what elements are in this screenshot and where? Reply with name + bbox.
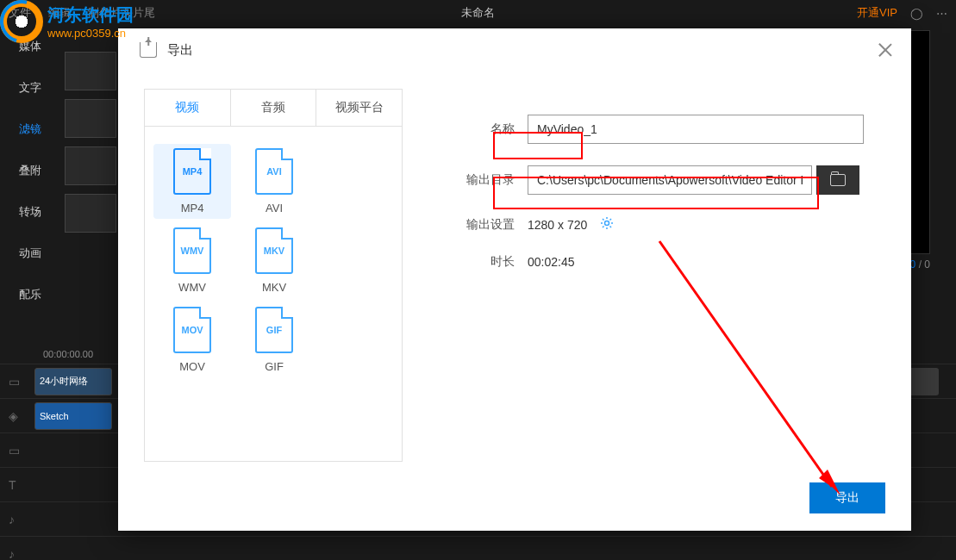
project-title: 未命名 xyxy=(461,5,495,21)
gear-icon[interactable] xyxy=(600,216,614,233)
thumb-item[interactable] xyxy=(65,194,116,233)
close-button[interactable] xyxy=(877,41,894,59)
total-time: 0 xyxy=(924,258,930,271)
name-label: 名称 xyxy=(454,121,515,137)
logo-icon xyxy=(0,0,43,43)
export-dialog: 导出 视频 音频 视频平台 MP4 MP4 AVI AVI WMV xyxy=(118,28,911,531)
export-icon xyxy=(140,42,157,58)
settings-label: 输出设置 xyxy=(454,217,515,233)
format-gif[interactable]: GIF GIF xyxy=(235,302,313,377)
format-label: WMV xyxy=(158,281,227,294)
output-label: 输出目录 xyxy=(454,172,515,188)
dialog-header: 导出 xyxy=(118,28,911,72)
duration-value: 00:02:45 xyxy=(528,255,575,269)
sidebar-item-music[interactable]: 配乐 xyxy=(0,274,60,315)
left-sidebar: 媒体 文字 滤镜 叠附 转场 动画 配乐 xyxy=(0,26,60,315)
folder-icon xyxy=(830,174,846,186)
file-icon: MKV xyxy=(255,227,293,274)
site-watermark: 河东软件园 www.pc0359.cn xyxy=(0,0,134,43)
sidebar-item-text[interactable]: 文字 xyxy=(0,67,60,109)
thumb-item[interactable] xyxy=(65,146,116,185)
format-label: MP4 xyxy=(158,202,227,215)
vip-link[interactable]: 开通VIP xyxy=(857,5,897,21)
resolution-value: 1280 x 720 xyxy=(528,218,587,232)
format-mkv[interactable]: MKV MKV xyxy=(235,223,313,298)
format-wmv[interactable]: WMV WMV xyxy=(153,223,231,298)
format-label: MKV xyxy=(240,281,309,294)
sidebar-item-overlay[interactable]: 叠附 xyxy=(0,150,60,191)
duration-label: 时长 xyxy=(454,254,515,270)
watermark-cn: 河东软件园 xyxy=(47,3,134,27)
format-tabs: 视频 音频 视频平台 xyxy=(145,90,402,127)
video-track-icon: ▭ xyxy=(9,375,34,389)
format-avi[interactable]: AVI AVI xyxy=(235,144,313,219)
file-icon: AVI xyxy=(255,148,293,195)
file-icon: MOV xyxy=(173,307,211,353)
format-mp4[interactable]: MP4 MP4 xyxy=(153,144,231,219)
format-mov[interactable]: MOV MOV xyxy=(153,302,231,377)
user-icon[interactable]: ◯ xyxy=(910,7,923,20)
tab-audio[interactable]: 音频 xyxy=(231,90,317,126)
watermark-url: www.pc0359.cn xyxy=(47,27,134,40)
format-label: AVI xyxy=(240,202,309,215)
format-panel: 视频 音频 视频平台 MP4 MP4 AVI AVI WMV WMV MK xyxy=(144,89,403,462)
svg-point-0 xyxy=(605,221,609,226)
file-icon: GIF xyxy=(255,307,293,353)
track-6[interactable]: ♪ xyxy=(0,536,956,560)
sidebar-item-animation[interactable]: 动画 xyxy=(0,233,60,274)
browse-folder-button[interactable] xyxy=(816,165,859,195)
export-button[interactable]: 导出 xyxy=(809,482,885,513)
file-icon: WMV xyxy=(173,227,211,274)
sidebar-item-filter[interactable]: 滤镜 xyxy=(0,109,60,150)
video-clip[interactable]: 24小时网络 xyxy=(34,368,112,395)
filter-thumbnails xyxy=(65,52,116,233)
tab-video[interactable]: 视频 xyxy=(145,90,231,126)
thumb-item[interactable] xyxy=(65,52,116,90)
text-track-icon: T xyxy=(9,478,34,492)
audio-track-icon: ♪ xyxy=(9,513,34,526)
track-icon: ▭ xyxy=(9,444,34,457)
output-input[interactable] xyxy=(528,165,812,195)
file-icon: MP4 xyxy=(173,148,211,195)
tab-platform[interactable]: 视频平台 xyxy=(316,90,402,126)
top-menu-bar: 文件 编辑 制作片头片尾 未命名 开通VIP ◯ ⋯ xyxy=(0,0,956,26)
format-label: GIF xyxy=(240,360,309,373)
sidebar-item-transition[interactable]: 转场 xyxy=(0,191,60,233)
dialog-title: 导出 xyxy=(167,42,193,59)
overlay-track-icon: ◈ xyxy=(9,409,34,423)
format-label: MOV xyxy=(158,360,227,373)
audio-track-icon-2: ♪ xyxy=(9,547,34,561)
thumb-item[interactable] xyxy=(65,99,116,138)
format-grid: MP4 MP4 AVI AVI WMV WMV MKV MKV MOV MO xyxy=(145,127,402,395)
settings-panel: 名称 输出目录 输出设置 1280 x 720 时长 00:02:45 xyxy=(403,89,885,462)
name-input[interactable] xyxy=(528,115,864,144)
sketch-clip[interactable]: Sketch xyxy=(34,402,112,430)
more-icon[interactable]: ⋯ xyxy=(936,7,947,20)
